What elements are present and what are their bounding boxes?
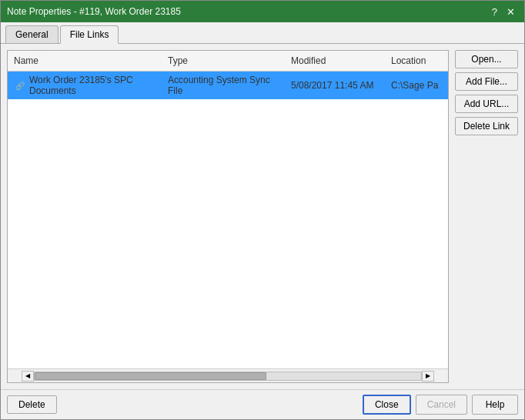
column-header-modified: Modified bbox=[285, 54, 385, 68]
title-bar-controls: ? ✕ bbox=[489, 7, 518, 17]
content-area: Name Type Modified Location 🔗 Work Order… bbox=[1, 44, 524, 389]
scroll-right-button[interactable]: ▶ bbox=[422, 371, 434, 382]
add-url-button[interactable]: Add URL... bbox=[455, 95, 518, 113]
row-name: Work Order 23185's SPC Documents bbox=[29, 75, 155, 96]
column-header-type: Type bbox=[162, 54, 285, 68]
scrollbar-track[interactable] bbox=[34, 372, 422, 381]
cancel-button[interactable]: Cancel bbox=[416, 395, 467, 415]
title-bar: Note Properties - #119, Work Order 23185… bbox=[1, 1, 524, 22]
main-window: Note Properties - #119, Work Order 23185… bbox=[0, 0, 525, 420]
bottom-left-buttons: Delete bbox=[7, 395, 57, 414]
delete-button[interactable]: Delete bbox=[7, 395, 57, 414]
help-button[interactable]: ? bbox=[489, 7, 500, 17]
close-dialog-button[interactable]: Close bbox=[363, 395, 411, 415]
action-buttons: Open... Add File... Add URL... Delete Li… bbox=[455, 50, 518, 383]
table-body: 🔗 Work Order 23185's SPC Documents Accou… bbox=[8, 72, 448, 368]
delete-link-button[interactable]: Delete Link bbox=[455, 117, 518, 135]
column-header-location: Location bbox=[385, 54, 448, 68]
row-modified-cell: 5/08/2017 11:45 AM bbox=[285, 78, 385, 92]
tab-file-links[interactable]: File Links bbox=[60, 25, 119, 44]
window-title: Note Properties - #119, Work Order 23185 bbox=[7, 6, 181, 17]
open-button[interactable]: Open... bbox=[455, 50, 518, 68]
bottom-bar: Delete Close Cancel Help bbox=[1, 389, 524, 419]
file-icon: 🔗 bbox=[14, 79, 26, 92]
row-name-cell: 🔗 Work Order 23185's SPC Documents bbox=[8, 73, 162, 98]
close-button[interactable]: ✕ bbox=[503, 7, 518, 17]
help-dialog-button[interactable]: Help bbox=[472, 395, 518, 415]
tab-general[interactable]: General bbox=[5, 25, 59, 43]
table-header: Name Type Modified Location bbox=[8, 51, 448, 72]
horizontal-scrollbar: ◀ ▶ bbox=[8, 368, 448, 382]
bottom-right-buttons: Close Cancel Help bbox=[363, 395, 518, 415]
file-links-table: Name Type Modified Location 🔗 Work Order… bbox=[7, 50, 449, 383]
row-location-cell: C:\Sage Pa bbox=[385, 78, 448, 92]
table-row[interactable]: 🔗 Work Order 23185's SPC Documents Accou… bbox=[8, 72, 448, 99]
scrollbar-thumb[interactable] bbox=[35, 372, 266, 380]
row-type-cell: Accounting System Sync File bbox=[162, 73, 285, 98]
column-header-name: Name bbox=[8, 54, 162, 68]
scroll-left-button[interactable]: ◀ bbox=[22, 371, 34, 382]
add-file-button[interactable]: Add File... bbox=[455, 72, 518, 91]
tabs-bar: General File Links bbox=[1, 22, 524, 44]
